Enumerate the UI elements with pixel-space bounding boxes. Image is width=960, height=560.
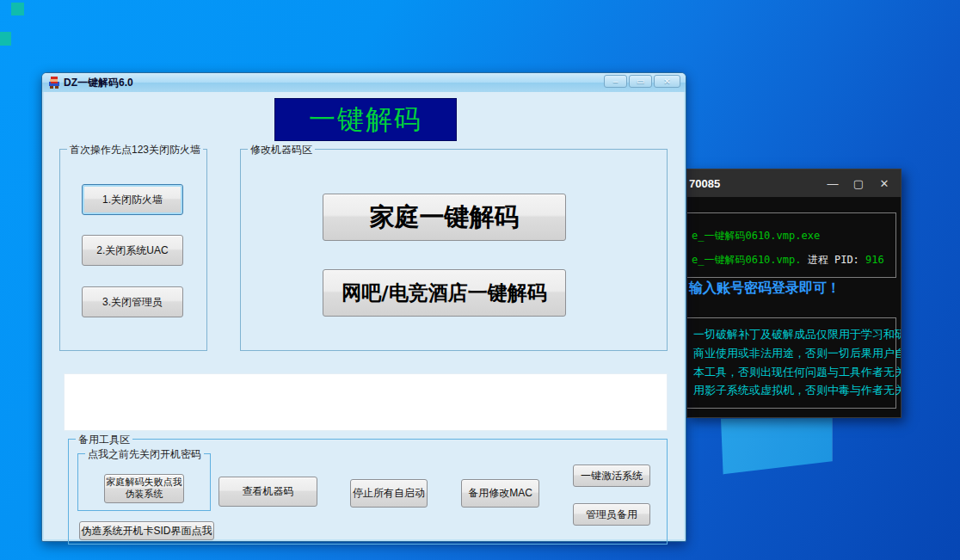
activate-system-button[interactable]: 一键激活系统 <box>573 465 650 487</box>
backup-tools-group-label: 备用工具区 <box>76 433 132 447</box>
app-mario-icon <box>48 77 60 89</box>
firewall-groupbox: 首次操作先点123关闭防火墙 1.关闭防火墙 2.关闭系统UAC 3.关闭管理员 <box>59 149 207 351</box>
admin-backup-button[interactable]: 管理员备用 <box>573 503 650 526</box>
wallpaper-light-pane <box>721 418 834 477</box>
close-uac-button[interactable]: 2.关闭系统UAC <box>82 235 183 266</box>
close-admin-button[interactable]: 3.关闭管理员 <box>82 286 183 317</box>
machine-code-groupbox: 修改机器码区 家庭一键解码 网吧/电竞酒店一键解码 <box>240 149 668 351</box>
disclaimer-line-1: 一切破解补丁及破解成品仅限用于学习和研究 <box>693 327 902 342</box>
desktop-icon-square-1[interactable] <box>11 3 24 15</box>
desktop-icon-square-2[interactable] <box>0 32 11 46</box>
console-log-line-2: e_一键解码0610.vmp. 进程 PID: 916 <box>692 253 884 268</box>
disclaimer-line-2: 商业使用或非法用途，否则一切后果用户自负 <box>693 346 902 361</box>
disclaimer-line-3: 本工具，否则出现任何问题与工具作者无关 <box>693 365 902 380</box>
console-titlebar[interactable]: 70085 — ▢ ✕ <box>687 169 901 197</box>
close-boot-password-groupbox: 点我之前先关闭开机密码 家庭解码失败点我 伪装系统 <box>77 453 211 511</box>
console-window: 70085 — ▢ ✕ e_一键解码0610.vmp.exe e_一键解码061… <box>686 169 902 418</box>
main-titlebar[interactable]: DZ一键解码6.0 – ▭ ✕ <box>42 73 686 92</box>
close-boot-password-label: 点我之前先关闭开机密码 <box>85 447 204 462</box>
main-client-area: 一键解码 首次操作先点123关闭防火墙 1.关闭防火墙 2.关闭系统UAC 3.… <box>44 92 684 539</box>
console-log-line-1: e_一键解码0610.vmp.exe <box>692 229 820 243</box>
console-disclaimer-box: 一切破解补丁及破解成品仅限用于学习和研究 商业使用或非法用途，否则一切后果用户自… <box>686 317 896 409</box>
main-window: DZ一键解码6.0 – ▭ ✕ 一键解码 首次操作先点123关闭防火墙 1.关闭… <box>41 72 686 542</box>
fake-sid-button[interactable]: 伪造系统开机卡SID界面点我 <box>79 521 214 540</box>
main-minimize-button[interactable]: – <box>604 75 627 88</box>
backup-modify-mac-button[interactable]: 备用修改MAC <box>461 479 539 508</box>
home-decode-button[interactable]: 家庭一键解码 <box>323 194 566 241</box>
close-firewall-button[interactable]: 1.关闭防火墙 <box>82 184 183 215</box>
app-banner: 一键解码 <box>274 98 457 141</box>
main-window-title: DZ一键解码6.0 <box>64 76 133 90</box>
console-login-hint: 输入账号密码登录即可！ <box>689 280 840 298</box>
console-log-line-2-file: e_一键解码0610.vmp. <box>692 254 808 266</box>
main-close-button[interactable]: ✕ <box>654 75 680 88</box>
main-maximize-button[interactable]: ▭ <box>629 75 652 88</box>
console-pid-value: 916 <box>865 254 884 266</box>
console-window-title: 70085 <box>689 177 720 190</box>
console-close-button[interactable]: ✕ <box>871 169 897 197</box>
home-decode-fail-line1: 家庭解码失败点我 <box>107 477 182 489</box>
stop-autostart-button[interactable]: 停止所有自启动 <box>350 479 428 508</box>
console-pid-label: 进程 PID: <box>808 254 865 266</box>
console-status-box: e_一键解码0610.vmp.exe e_一键解码0610.vmp. 进程 PI… <box>686 212 896 278</box>
disclaimer-line-4: 用影子系统或虚拟机，否则中毒与作者无关 <box>693 383 902 398</box>
console-maximize-button[interactable]: ▢ <box>846 169 871 197</box>
backup-tools-groupbox: 备用工具区 点我之前先关闭开机密码 家庭解码失败点我 伪装系统 查看机器码 停止… <box>68 439 668 545</box>
machine-code-group-label: 修改机器码区 <box>248 143 315 157</box>
home-decode-fail-line2: 伪装系统 <box>126 489 163 501</box>
firewall-group-label: 首次操作先点123关闭防火墙 <box>67 143 203 157</box>
console-minimize-button[interactable]: — <box>820 169 846 197</box>
home-decode-fail-button[interactable]: 家庭解码失败点我 伪装系统 <box>104 474 184 503</box>
app-banner-text: 一键解码 <box>309 102 422 138</box>
desktop-wallpaper: 70085 — ▢ ✕ e_一键解码0610.vmp.exe e_一键解码061… <box>0 0 960 560</box>
netbar-decode-button[interactable]: 网吧/电竞酒店一键解码 <box>323 269 566 317</box>
output-log-area[interactable] <box>64 373 668 431</box>
view-machine-code-button[interactable]: 查看机器码 <box>218 477 317 507</box>
